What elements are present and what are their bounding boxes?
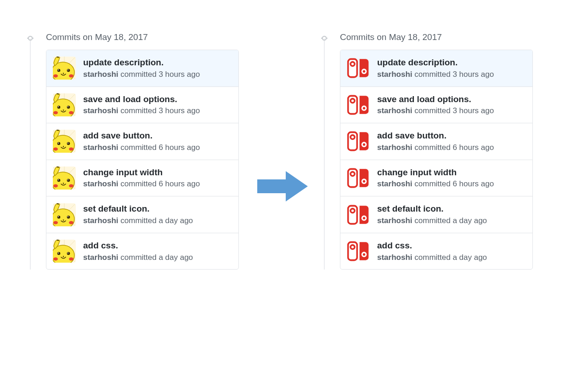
commit-author[interactable]: starhoshi xyxy=(377,70,413,79)
commit-author[interactable]: starhoshi xyxy=(83,179,119,188)
svg-point-73 xyxy=(69,258,74,261)
svg-point-38 xyxy=(63,146,64,147)
commit-title[interactable]: update description. xyxy=(377,57,494,69)
commit-meta: starhoshi committed a day ago xyxy=(377,216,487,226)
switch-avatar-icon[interactable] xyxy=(347,240,370,263)
commit-meta: starhoshi committed 3 hours ago xyxy=(377,69,494,80)
svg-point-22 xyxy=(67,106,70,109)
pikachu-avatar-icon[interactable] xyxy=(53,167,76,190)
svg-point-48 xyxy=(53,184,58,188)
svg-point-36 xyxy=(53,148,58,151)
commit-item[interactable]: set default icon.starhoshi committed a d… xyxy=(340,196,532,233)
commit-title[interactable]: change input width xyxy=(83,167,200,178)
commit-action: committed a day ago xyxy=(414,253,487,262)
commit-item[interactable]: update description.starhoshi committed 3… xyxy=(46,50,238,86)
commit-meta: starhoshi committed 3 hours ago xyxy=(83,69,200,80)
commit-title[interactable]: add save button. xyxy=(83,130,200,142)
commit-item[interactable]: add save button.starhoshi committed 6 ho… xyxy=(46,123,238,160)
commits-date-header: Commits on May 18, 2017 xyxy=(340,32,533,42)
commit-author[interactable]: starhoshi xyxy=(83,70,119,79)
commit-item[interactable]: update description.starhoshi committed 3… xyxy=(340,50,532,86)
svg-point-69 xyxy=(58,253,59,253)
commit-title[interactable]: update description. xyxy=(83,57,200,69)
svg-point-12 xyxy=(53,75,58,78)
svg-point-10 xyxy=(67,69,70,72)
switch-avatar-icon[interactable] xyxy=(347,130,370,153)
commits-panel-right: Commits on May 18, 2017 update descripti… xyxy=(317,32,533,270)
svg-point-44 xyxy=(57,179,61,182)
commit-meta: starhoshi committed 6 hours ago xyxy=(377,179,494,190)
svg-point-84 xyxy=(351,98,355,103)
commits-date-header: Commits on May 18, 2017 xyxy=(46,32,239,42)
pikachu-avatar-icon[interactable] xyxy=(53,93,76,116)
svg-point-37 xyxy=(69,148,74,151)
switch-avatar-icon[interactable] xyxy=(347,93,370,116)
commit-title[interactable]: add css. xyxy=(83,240,193,252)
svg-point-59 xyxy=(68,216,68,217)
commit-title[interactable]: save and load options. xyxy=(83,93,200,105)
switch-avatar-icon[interactable] xyxy=(347,203,370,226)
commit-text: add save button.starhoshi committed 6 ho… xyxy=(83,130,200,153)
commit-item[interactable]: add save button.starhoshi committed 6 ho… xyxy=(340,123,532,160)
pikachu-avatar-icon[interactable] xyxy=(53,130,76,153)
commit-text: change input widthstarhoshi committed 6 … xyxy=(377,167,494,190)
commit-item[interactable]: save and load options.starhoshi committe… xyxy=(46,86,238,123)
commit-action: committed 6 hours ago xyxy=(414,179,494,188)
commit-author[interactable]: starhoshi xyxy=(83,106,119,115)
commit-item[interactable]: change input widthstarhoshi committed 6 … xyxy=(340,160,532,196)
timeline-line xyxy=(324,39,325,270)
svg-point-0 xyxy=(28,36,32,40)
commit-author[interactable]: starhoshi xyxy=(377,253,413,262)
commit-meta: starhoshi committed a day ago xyxy=(83,216,193,226)
svg-point-11 xyxy=(68,69,68,70)
svg-point-33 xyxy=(58,143,59,144)
svg-point-46 xyxy=(67,179,70,182)
commit-action: committed 3 hours ago xyxy=(120,106,200,115)
commit-item[interactable]: add css.starhoshi committed a day ago xyxy=(340,233,532,270)
commit-text: set default icon.starhoshi committed a d… xyxy=(377,203,487,226)
commit-item[interactable]: add css.starhoshi committed a day ago xyxy=(46,233,238,270)
svg-point-45 xyxy=(58,179,59,180)
commit-title[interactable]: add css. xyxy=(377,240,487,252)
svg-point-98 xyxy=(363,217,365,219)
commit-title[interactable]: save and load options. xyxy=(377,93,494,105)
commit-author[interactable]: starhoshi xyxy=(83,216,119,225)
commit-action: committed a day ago xyxy=(120,216,193,225)
commit-author[interactable]: starhoshi xyxy=(83,143,119,152)
commit-action: committed 3 hours ago xyxy=(414,70,494,79)
commit-action: committed a day ago xyxy=(414,216,487,225)
commit-author[interactable]: starhoshi xyxy=(83,253,119,262)
commit-item[interactable]: save and load options.starhoshi committe… xyxy=(340,86,532,123)
commit-title[interactable]: add save button. xyxy=(377,130,494,142)
svg-point-20 xyxy=(57,106,61,109)
svg-point-70 xyxy=(67,252,70,255)
svg-point-58 xyxy=(67,215,70,218)
pikachu-avatar-icon[interactable] xyxy=(53,57,76,80)
svg-point-92 xyxy=(351,172,355,176)
commit-author[interactable]: starhoshi xyxy=(377,106,413,115)
commit-meta: starhoshi committed 3 hours ago xyxy=(377,106,494,116)
commit-author[interactable]: starhoshi xyxy=(377,216,413,225)
commit-title[interactable]: set default icon. xyxy=(377,203,487,215)
switch-avatar-icon[interactable] xyxy=(347,167,370,190)
svg-point-102 xyxy=(363,253,365,256)
svg-point-96 xyxy=(351,208,355,213)
commit-item[interactable]: change input widthstarhoshi committed 6 … xyxy=(46,160,238,196)
svg-point-72 xyxy=(53,258,58,261)
commit-action: committed 6 hours ago xyxy=(120,143,200,152)
commit-author[interactable]: starhoshi xyxy=(377,143,413,152)
svg-point-14 xyxy=(63,73,64,74)
pikachu-avatar-icon[interactable] xyxy=(53,240,76,263)
commit-item[interactable]: set default icon.starhoshi committed a d… xyxy=(46,196,238,233)
commit-meta: starhoshi committed a day ago xyxy=(377,253,487,263)
svg-point-21 xyxy=(58,106,59,107)
commit-title[interactable]: set default icon. xyxy=(83,203,193,215)
switch-avatar-icon[interactable] xyxy=(347,57,370,80)
pikachu-avatar-icon[interactable] xyxy=(53,203,76,226)
commit-title[interactable]: change input width xyxy=(377,167,494,178)
commit-text: save and load options.starhoshi committe… xyxy=(377,93,494,117)
svg-point-90 xyxy=(363,144,365,146)
commit-author[interactable]: starhoshi xyxy=(377,179,413,188)
commit-text: change input widthstarhoshi committed 6 … xyxy=(83,167,200,190)
svg-point-47 xyxy=(68,179,68,180)
